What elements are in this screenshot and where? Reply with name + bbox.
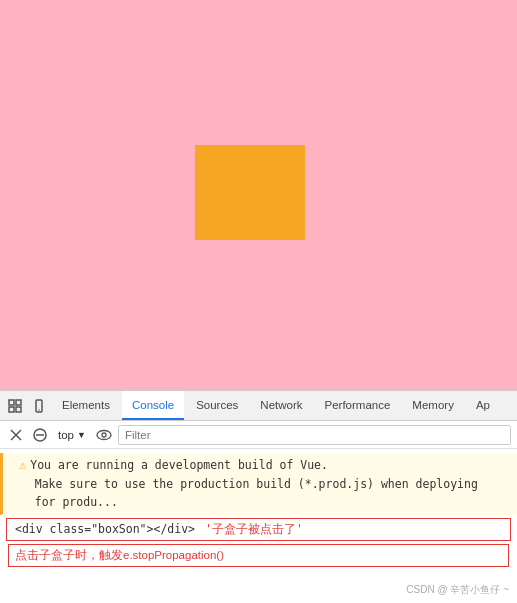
red-text-content: 点击子盒子时，触发e.stopPropagation(): [15, 549, 224, 561]
console-output: ⚠ You are running a development build of…: [0, 449, 517, 603]
console-toolbar: top ▼: [0, 421, 517, 449]
preview-area: [0, 0, 517, 390]
tab-network[interactable]: Network: [250, 391, 312, 420]
svg-point-5: [38, 409, 39, 410]
warning-line-1: ⚠ You are running a development build of…: [11, 455, 509, 475]
clear-console-button[interactable]: [6, 425, 26, 445]
console-warning-message: ⚠ You are running a development build of…: [0, 453, 517, 515]
code-block: <div class="boxSon"></div> '子盒子被点击了': [6, 518, 511, 541]
stop-icon[interactable]: [30, 425, 50, 445]
warning-line-2: Make sure to use the production build (*…: [11, 475, 509, 512]
context-selector[interactable]: top ▼: [54, 427, 90, 443]
tab-elements[interactable]: Elements: [52, 391, 120, 420]
orange-box: [195, 145, 305, 240]
svg-rect-0: [9, 400, 14, 405]
devtools-panel: Elements Console Sources Network Perform…: [0, 390, 517, 603]
tab-ap[interactable]: Ap: [466, 391, 500, 420]
svg-point-10: [97, 430, 111, 439]
eye-icon[interactable]: [94, 425, 114, 445]
inspect-icon[interactable]: [4, 395, 26, 417]
svg-rect-3: [16, 407, 21, 412]
warning-text-2: Make sure to use the production build (*…: [35, 476, 501, 511]
red-text-message: 点击子盒子时，触发e.stopPropagation(): [8, 544, 509, 567]
tab-sources[interactable]: Sources: [186, 391, 248, 420]
svg-point-11: [102, 433, 106, 437]
warning-icon: ⚠: [19, 456, 26, 474]
code-comment: '子盒子被点击了': [205, 522, 303, 537]
context-label: top: [58, 429, 74, 441]
code-tag: <div class="boxSon"></div>: [15, 522, 195, 536]
warning-text-1: You are running a development build of V…: [30, 457, 328, 474]
tab-performance[interactable]: Performance: [315, 391, 401, 420]
console-filter-input[interactable]: [118, 425, 511, 445]
chevron-down-icon: ▼: [77, 430, 86, 440]
tab-console[interactable]: Console: [122, 391, 184, 420]
tab-memory[interactable]: Memory: [402, 391, 464, 420]
svg-rect-1: [16, 400, 21, 405]
mobile-icon[interactable]: [28, 395, 50, 417]
watermark: CSDN @ 辛苦小鱼仔 ~: [406, 583, 509, 597]
devtools-tab-bar: Elements Console Sources Network Perform…: [0, 391, 517, 421]
svg-rect-2: [9, 407, 14, 412]
